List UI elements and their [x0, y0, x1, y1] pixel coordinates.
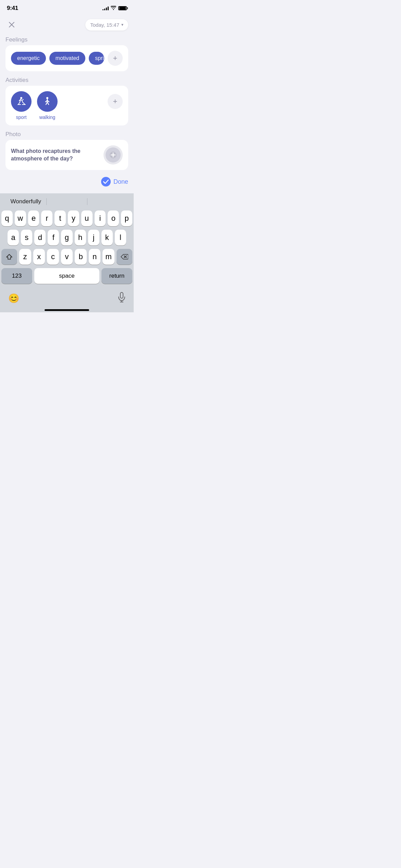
numbers-key[interactable]: 123: [1, 268, 32, 284]
done-check-icon: [101, 177, 111, 186]
microphone-button[interactable]: [118, 292, 125, 304]
predictive-word-3[interactable]: [87, 200, 128, 203]
feeling-chip-spirited[interactable]: sprite...: [89, 52, 104, 65]
activities-label: Activities: [5, 77, 28, 83]
key-row-2: a s d f g h j k l: [1, 230, 132, 245]
done-button[interactable]: Done: [101, 177, 128, 186]
done-row: Done: [5, 176, 128, 193]
wifi-icon: [111, 6, 116, 11]
feeling-chip-energetic[interactable]: energetic: [11, 52, 46, 65]
status-icons: [102, 6, 127, 11]
key-rows: q w e r t y u i o p a s d f g h j k l: [0, 208, 134, 289]
key-d[interactable]: d: [34, 230, 46, 245]
key-o[interactable]: o: [108, 210, 119, 226]
key-s[interactable]: s: [21, 230, 32, 245]
battery-icon: [118, 6, 127, 10]
scroll-content: Today, 15:47 ▾ Feelings energetic motiva…: [0, 14, 134, 193]
feeling-chip-motivated[interactable]: motivated: [49, 52, 85, 65]
predictive-word-1[interactable]: Wonderfully: [5, 197, 46, 206]
predictive-bar: Wonderfully: [0, 193, 134, 208]
close-button[interactable]: [5, 19, 18, 31]
key-m[interactable]: m: [102, 249, 114, 265]
signal-icon: [102, 6, 109, 10]
key-h[interactable]: h: [75, 230, 86, 245]
home-indicator: [0, 306, 134, 312]
header-row: Today, 15:47 ▾: [5, 14, 128, 36]
key-t[interactable]: t: [54, 210, 66, 226]
emoji-button[interactable]: 😊: [8, 293, 19, 304]
date-text: Today, 15:47: [90, 22, 119, 28]
key-b[interactable]: b: [75, 249, 87, 265]
key-v[interactable]: v: [61, 249, 73, 265]
key-g[interactable]: g: [61, 230, 72, 245]
photo-label: Photo: [5, 131, 21, 137]
key-l[interactable]: l: [115, 230, 126, 245]
key-p[interactable]: p: [121, 210, 132, 226]
shift-key[interactable]: [1, 249, 17, 265]
status-bar: 9:41: [0, 0, 134, 14]
add-feeling-button[interactable]: +: [108, 51, 123, 66]
feelings-card: energetic motivated sprite... +: [5, 45, 128, 71]
svg-point-2: [20, 97, 22, 99]
bottom-bar: 😊: [0, 289, 134, 306]
key-row-3: z x c v b n m: [1, 249, 132, 265]
photo-card: What photo recaptures the atmosphere of …: [5, 140, 128, 170]
predictive-word-2[interactable]: [47, 200, 87, 203]
key-i[interactable]: i: [95, 210, 106, 226]
backspace-key[interactable]: [117, 249, 132, 265]
add-photo-button[interactable]: [104, 145, 123, 165]
photo-content-row: What photo recaptures the atmosphere of …: [11, 145, 123, 165]
activity-sport[interactable]: sport: [11, 91, 32, 120]
key-row-4: 123 space return: [1, 268, 132, 284]
return-key[interactable]: return: [101, 268, 132, 284]
key-a[interactable]: a: [8, 230, 19, 245]
walking-circle: [37, 91, 58, 112]
key-n[interactable]: n: [89, 249, 101, 265]
photo-question: What photo recaptures the atmosphere of …: [11, 147, 86, 163]
activities-card: sport walking +: [5, 86, 128, 125]
activities-row: sport walking +: [11, 91, 123, 120]
status-time: 9:41: [7, 5, 18, 12]
key-f[interactable]: f: [48, 230, 59, 245]
key-j[interactable]: j: [88, 230, 99, 245]
sport-label: sport: [16, 114, 26, 120]
key-q[interactable]: q: [1, 210, 13, 226]
date-selector[interactable]: Today, 15:47 ▾: [85, 19, 128, 31]
feelings-label: Feelings: [5, 36, 27, 43]
key-e[interactable]: e: [28, 210, 39, 226]
key-y[interactable]: y: [68, 210, 79, 226]
activity-walking[interactable]: walking: [37, 91, 58, 120]
space-key[interactable]: space: [34, 268, 99, 284]
done-label: Done: [113, 178, 128, 185]
key-x[interactable]: x: [33, 249, 45, 265]
key-k[interactable]: k: [101, 230, 113, 245]
add-activity-button[interactable]: +: [108, 94, 123, 109]
home-bar: [45, 309, 89, 311]
svg-rect-11: [120, 292, 123, 298]
key-c[interactable]: c: [47, 249, 59, 265]
key-u[interactable]: u: [81, 210, 93, 226]
key-w[interactable]: w: [15, 210, 26, 226]
photo-add-inner: [106, 147, 121, 162]
key-r[interactable]: r: [41, 210, 52, 226]
key-row-1: q w e r t y u i o p: [1, 210, 132, 226]
feelings-row: energetic motivated sprite... +: [11, 51, 123, 66]
walking-label: walking: [39, 114, 56, 120]
chevron-down-icon: ▾: [121, 22, 123, 27]
key-z[interactable]: z: [19, 249, 31, 265]
sport-circle: [11, 91, 32, 112]
keyboard: Wonderfully q w e r t y u i o p a s d f …: [0, 193, 134, 312]
